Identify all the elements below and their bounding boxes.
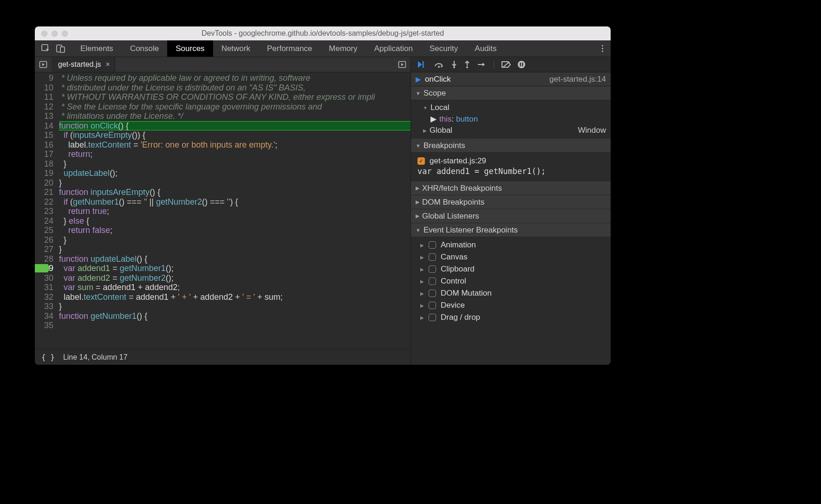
- code-line[interactable]: } else {: [59, 216, 410, 226]
- line-number[interactable]: 20: [35, 178, 53, 188]
- line-number[interactable]: 16: [35, 140, 53, 150]
- elb-category[interactable]: ▶Animation: [411, 239, 611, 251]
- step-over-button[interactable]: [434, 61, 444, 68]
- code-line[interactable]: }: [59, 159, 410, 169]
- scope-section-header[interactable]: ▼ Scope: [411, 86, 611, 100]
- code-line[interactable]: function getNumber1() {: [59, 311, 410, 321]
- code-line[interactable]: * Unless required by applicable law or a…: [59, 73, 410, 83]
- more-menu-button[interactable]: [594, 40, 611, 57]
- code-line[interactable]: updateLabel();: [59, 168, 410, 178]
- line-number[interactable]: 13: [35, 111, 53, 121]
- show-navigator-icon[interactable]: [35, 57, 52, 72]
- code-line[interactable]: function onClick() {: [59, 121, 410, 131]
- step-into-button[interactable]: [451, 60, 457, 69]
- code-line[interactable]: }: [59, 235, 410, 245]
- tab-audits[interactable]: Audits: [466, 40, 505, 57]
- elb-checkbox[interactable]: [429, 278, 436, 285]
- tab-network[interactable]: Network: [213, 40, 259, 57]
- line-number[interactable]: 9: [35, 73, 53, 83]
- call-stack-item[interactable]: ▶ onClick get-started.js:14: [411, 72, 611, 86]
- line-number[interactable]: 31: [35, 283, 53, 292]
- code-line[interactable]: var addend2 = getNumber2();: [59, 273, 410, 283]
- line-number[interactable]: 21: [35, 187, 53, 197]
- line-number[interactable]: 10: [35, 83, 53, 93]
- traffic-minimize-icon[interactable]: [52, 31, 58, 37]
- pause-on-exceptions-button[interactable]: [517, 60, 526, 69]
- line-number[interactable]: 15: [35, 130, 53, 140]
- format-code-icon[interactable]: { }: [41, 353, 55, 362]
- scope-global[interactable]: ▶ Global Window: [411, 125, 611, 136]
- line-number[interactable]: 33: [35, 302, 53, 311]
- code-line[interactable]: var addend1 = getNumber1();: [59, 264, 410, 273]
- line-number[interactable]: 32: [35, 292, 53, 302]
- line-number-gutter[interactable]: 9101112131415161718192021222324252627282…: [35, 72, 56, 349]
- code-line[interactable]: * WITHOUT WARRANTIES OR CONDITIONS OF AN…: [59, 92, 410, 102]
- close-tab-icon[interactable]: ×: [105, 61, 110, 68]
- step-button[interactable]: [477, 61, 486, 68]
- scope-this-row[interactable]: ▶ this: button: [411, 113, 611, 125]
- global-listeners-header[interactable]: ▶ Global Listeners: [411, 209, 611, 223]
- code-line[interactable]: function updateLabel() {: [59, 254, 410, 264]
- line-number[interactable]: 28: [35, 254, 53, 264]
- elb-checkbox[interactable]: [429, 253, 436, 261]
- elb-category[interactable]: ▶Control: [411, 275, 611, 287]
- dom-breakpoints-header[interactable]: ▶ DOM Breakpoints: [411, 195, 611, 209]
- scope-local[interactable]: ▼ Local: [411, 102, 611, 113]
- tab-performance[interactable]: Performance: [259, 40, 320, 57]
- code-line[interactable]: return;: [59, 149, 410, 159]
- line-number[interactable]: 22: [35, 197, 53, 207]
- tab-console[interactable]: Console: [122, 40, 167, 57]
- line-number[interactable]: 25: [35, 226, 53, 235]
- line-number[interactable]: 11: [35, 92, 53, 102]
- code-line[interactable]: if (getNumber1() === '' || getNumber2() …: [59, 197, 410, 207]
- elb-checkbox[interactable]: [429, 314, 436, 321]
- elb-checkbox[interactable]: [429, 290, 436, 297]
- code-line[interactable]: return false;: [59, 226, 410, 235]
- line-number[interactable]: 17: [35, 149, 53, 159]
- line-number[interactable]: 27: [35, 245, 53, 254]
- code-content[interactable]: * Unless required by applicable law or a…: [56, 72, 410, 349]
- xhr-breakpoints-header[interactable]: ▶ XHR/fetch Breakpoints: [411, 181, 611, 195]
- code-line[interactable]: }: [59, 302, 410, 311]
- line-number[interactable]: 26: [35, 235, 53, 245]
- elb-category[interactable]: ▶Drag / drop: [411, 311, 611, 323]
- breakpoint-checkbox[interactable]: ✓: [417, 157, 425, 165]
- line-number[interactable]: 34: [35, 311, 53, 321]
- event-listener-breakpoints-header[interactable]: ▼ Event Listener Breakpoints: [411, 223, 611, 237]
- line-number[interactable]: 24: [35, 216, 53, 226]
- code-line[interactable]: [59, 321, 410, 330]
- code-line[interactable]: label.textContent = 'Error: one or both …: [59, 140, 410, 150]
- tab-elements[interactable]: Elements: [72, 40, 122, 57]
- tab-memory[interactable]: Memory: [320, 40, 365, 57]
- elb-category[interactable]: ▶Device: [411, 299, 611, 311]
- code-line[interactable]: if (inputsAreEmpty()) {: [59, 130, 410, 140]
- traffic-zoom-icon[interactable]: [62, 31, 68, 37]
- code-line[interactable]: var sum = addend1 + addend2;: [59, 283, 410, 292]
- line-number[interactable]: 35: [35, 321, 53, 330]
- breakpoints-section-header[interactable]: ▼ Breakpoints: [411, 139, 611, 153]
- code-editor[interactable]: 9101112131415161718192021222324252627282…: [35, 72, 410, 349]
- line-number[interactable]: 12: [35, 102, 53, 112]
- line-number[interactable]: 23: [35, 207, 53, 216]
- tab-security[interactable]: Security: [421, 40, 466, 57]
- deactivate-breakpoints-button[interactable]: [502, 61, 511, 68]
- inspect-element-icon[interactable]: [41, 44, 51, 53]
- line-number[interactable]: 30: [35, 273, 53, 283]
- code-line[interactable]: * See the License for the specific langu…: [59, 102, 410, 112]
- show-debugger-icon[interactable]: [394, 57, 410, 72]
- line-number[interactable]: 14: [35, 121, 53, 131]
- line-number[interactable]: 29: [35, 264, 53, 273]
- elb-checkbox[interactable]: [429, 302, 436, 309]
- line-number[interactable]: 19: [35, 168, 53, 178]
- tab-application[interactable]: Application: [366, 40, 421, 57]
- elb-checkbox[interactable]: [429, 265, 436, 273]
- code-line[interactable]: return true;: [59, 207, 410, 216]
- step-out-button[interactable]: [464, 60, 470, 69]
- code-line[interactable]: * limitations under the License. */: [59, 111, 410, 121]
- code-line[interactable]: function inputsAreEmpty() {: [59, 187, 410, 197]
- line-number[interactable]: 18: [35, 159, 53, 169]
- tab-sources[interactable]: Sources: [167, 40, 213, 57]
- editor-file-tab[interactable]: get-started.js ×: [52, 57, 115, 72]
- resume-button[interactable]: [417, 61, 428, 68]
- elb-category[interactable]: ▶DOM Mutation: [411, 287, 611, 299]
